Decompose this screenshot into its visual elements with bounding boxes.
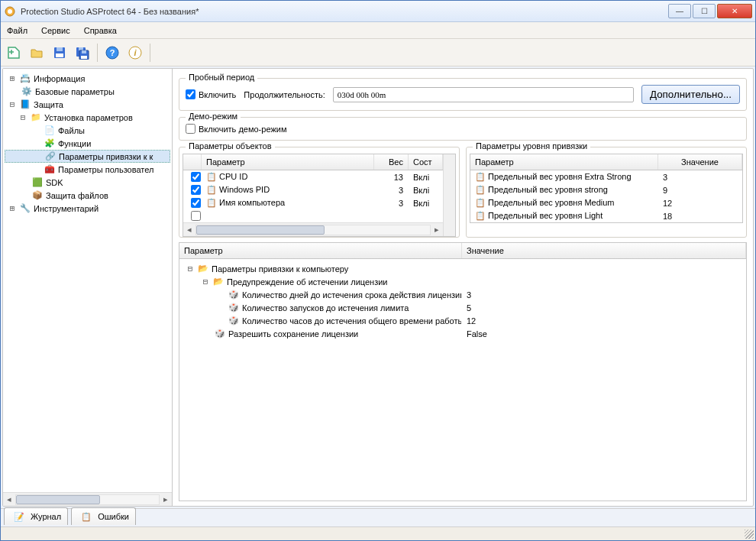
window: Protection Studio ASProtect 64 - Без наз… [0, 0, 756, 541]
trial-enable-checkbox[interactable]: Включить [186, 89, 236, 99]
tree-setparams[interactable]: ⊟📁Установка параметров [5, 111, 170, 124]
tree-row[interactable]: 🎲Количество запусков до истечения лимита… [183, 301, 743, 314]
tab-errors[interactable]: 📋Ошибки [71, 507, 136, 525]
minimize-button[interactable]: — [668, 4, 691, 18]
main-body: ⊞📇Информация ⚙️Базовые параметры ⊟📘Защит… [2, 68, 754, 507]
object-params-header[interactable]: Параметр Вес Сост [183, 154, 443, 170]
tree-row-root[interactable]: ⊟📂Параметры привязки к компьютеру [183, 262, 743, 275]
tree-info[interactable]: ⊞📇Информация [5, 72, 170, 85]
tree-row[interactable]: 🎲Разрешить сохранение лицензииFalse [183, 327, 743, 340]
svg-rect-3 [57, 47, 63, 51]
folder-icon: 📁 [30, 112, 42, 124]
table-row[interactable]: 📋 Предельный вес уровня Extra Strong3 [470, 170, 742, 183]
level-params-header[interactable]: Параметр Значение [470, 154, 742, 170]
menu-tools[interactable]: Сервис [41, 26, 70, 35]
tree-row[interactable]: 🎲Количество часов до истечения общего вр… [183, 314, 743, 327]
new-button[interactable] [4, 43, 24, 63]
svg-rect-8 [82, 50, 86, 53]
object-params-hscroll[interactable]: ◂ ▸ [183, 222, 443, 236]
info-button[interactable]: i [125, 43, 145, 63]
demo-enable-checkbox[interactable]: Включить демо-режим [186, 124, 740, 134]
more-button[interactable]: Дополнительно... [641, 85, 740, 104]
expand-icon[interactable]: ⊞ [8, 73, 17, 83]
table-row[interactable]: 📋 Предельный вес уровня Light18 [470, 209, 742, 222]
collapse-icon[interactable]: ⊟ [8, 99, 17, 109]
collapse-icon[interactable]: ⊟ [186, 264, 195, 274]
maximize-button[interactable]: ☐ [693, 4, 716, 18]
level-params-legend: Параметры уровня привязки [473, 141, 590, 151]
bottom-tree-body[interactable]: ⊟📂Параметры привязки к компьютеру ⊟📂Пред… [179, 259, 746, 343]
file-icon: 📄 [44, 125, 56, 137]
collapse-icon[interactable]: ⊟ [18, 112, 27, 122]
open-button[interactable] [27, 43, 47, 63]
titlebar[interactable]: Protection Studio ASProtect 64 - Без наз… [1, 1, 755, 22]
menu-help[interactable]: Справка [84, 26, 117, 35]
scroll-right-icon[interactable]: ▸ [431, 224, 443, 236]
scroll-right-icon[interactable]: ▸ [160, 494, 172, 506]
collapse-icon[interactable]: ⊟ [201, 277, 210, 287]
duration-input[interactable] [333, 87, 634, 102]
log-icon: 📝 [13, 510, 25, 523]
tab-log[interactable]: 📝Журнал [4, 507, 68, 525]
tree-sdk[interactable]: 🟩SDK [5, 176, 170, 189]
scroll-left-icon[interactable]: ◂ [183, 224, 195, 236]
tree-protect-files[interactable]: 📦Защита файлов [5, 189, 170, 202]
nav-tree[interactable]: ⊞📇Информация ⚙️Базовые параметры ⊟📘Защит… [3, 69, 172, 492]
save-button[interactable] [50, 43, 69, 63]
bottom-tree-header[interactable]: Параметр Значение [179, 243, 746, 259]
toolbar: ? i [1, 39, 755, 66]
table-row[interactable]: 📋 CPU ID13Вклі [183, 170, 443, 183]
table-row[interactable]: 📋 Предельный вес уровня Medium12 [470, 196, 742, 209]
level-params-body[interactable]: 📋 Предельный вес уровня Extra Strong3 📋 … [470, 170, 742, 222]
function-icon: 🧩 [44, 138, 56, 150]
sdk-icon: 🟩 [31, 177, 44, 189]
svg-text:?: ? [110, 48, 115, 57]
scroll-thumb[interactable] [16, 495, 100, 504]
svg-point-1 [8, 9, 12, 14]
help-button[interactable]: ? [102, 43, 122, 63]
object-params-vscroll[interactable] [443, 154, 455, 236]
svg-rect-9 [81, 56, 87, 59]
error-icon: 📋 [80, 510, 92, 523]
level-params-panel: Параметры уровня привязки Параметр Значе… [466, 147, 747, 238]
content-pane: Пробный период Включить Продолжительност… [173, 69, 753, 506]
tree-files[interactable]: 📄Файлы [5, 124, 170, 137]
tree-userparams[interactable]: 🧰Параметры пользовател [5, 163, 170, 176]
expand-icon[interactable]: ⊞ [8, 203, 17, 213]
cube-icon: 🎲 [214, 328, 226, 340]
tree-baseparams[interactable]: ⚙️Базовые параметры [5, 85, 170, 98]
resize-grip[interactable] [745, 530, 754, 539]
tree-row[interactable]: 🎲Количество дней до истечения срока дейс… [183, 288, 743, 301]
menubar: Файл Сервис Справка [1, 22, 755, 39]
table-row[interactable] [183, 209, 443, 222]
tree-protection[interactable]: ⊟📘Защита [5, 98, 170, 111]
tree-bindparams[interactable]: 🔗Параметры привязки к к [5, 150, 170, 163]
table-row[interactable]: 📋 Windows PID3Вклі [183, 183, 443, 196]
folder-open-icon: 📂 [212, 276, 225, 288]
menu-file[interactable]: Файл [7, 26, 27, 35]
tree-row-warning[interactable]: ⊟📂Предупреждение об истечении лицензии [183, 275, 743, 288]
object-params-panel: Параметры объектов Параметр Вес Сост 📋 C… [179, 147, 460, 238]
scroll-left-icon[interactable]: ◂ [3, 494, 15, 506]
cube-icon: 🎲 [228, 302, 240, 314]
folder-open-icon: 📂 [197, 263, 209, 275]
object-params-legend: Параметры объектов [186, 141, 275, 151]
lock-icon: 📦 [31, 190, 44, 202]
tree-instruments[interactable]: ⊞🔧Инструментарий [5, 202, 170, 215]
save-as-button[interactable] [73, 43, 92, 63]
duration-label: Продолжительность: [244, 90, 325, 99]
link-icon: 🔗 [44, 151, 57, 163]
window-title: Protection Studio ASProtect 64 - Без наз… [21, 7, 668, 16]
tree-functions[interactable]: 🧩Функции [5, 137, 170, 150]
svg-rect-4 [56, 53, 63, 57]
trial-legend: Пробный период [186, 73, 257, 82]
cube-icon: 🎲 [228, 289, 240, 301]
table-row[interactable]: 📋 Имя компьютера3Вклі [183, 196, 443, 209]
close-button[interactable]: ✕ [717, 4, 752, 18]
trial-group: Пробный период Включить Продолжительност… [179, 78, 747, 111]
scroll-thumb[interactable] [196, 225, 325, 235]
statusbar [1, 526, 755, 540]
object-params-body[interactable]: 📋 CPU ID13Вклі 📋 Windows PID3Вклі 📋 Имя … [183, 170, 443, 222]
sidebar-scrollbar[interactable]: ◂ ▸ [3, 492, 172, 506]
table-row[interactable]: 📋 Предельный вес уровня strong9 [470, 183, 742, 196]
